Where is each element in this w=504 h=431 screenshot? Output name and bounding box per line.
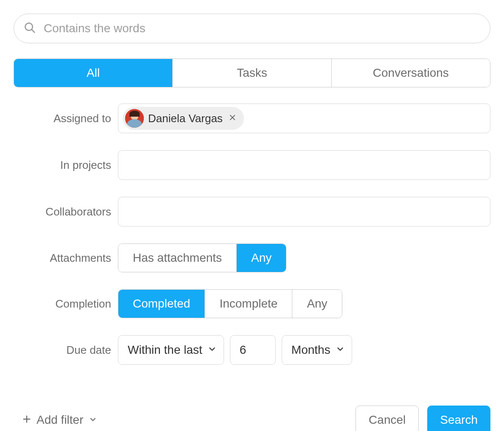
- add-filter-button[interactable]: Add filter: [14, 413, 97, 427]
- filter-attachments: Attachments Has attachments Any: [14, 243, 490, 272]
- search-input[interactable]: [44, 22, 481, 35]
- due-date-number-input[interactable]: [230, 335, 276, 365]
- due-date-unit-value: Months: [291, 343, 330, 357]
- collaborators-input[interactable]: [118, 197, 490, 227]
- filter-label-collaborators: Collaborators: [14, 205, 118, 218]
- add-filter-label: Add filter: [36, 413, 84, 427]
- filter-label-completion: Completion: [14, 297, 118, 311]
- tab-all[interactable]: All: [14, 59, 173, 87]
- tab-conversations-label: Conversations: [373, 66, 449, 80]
- attachments-segmented: Has attachments Any: [118, 243, 286, 272]
- attachments-any-option[interactable]: Any: [237, 244, 286, 272]
- chevron-down-icon: [89, 413, 97, 427]
- completion-segmented: Completed Incomplete Any: [118, 289, 342, 318]
- svg-line-1: [32, 30, 35, 33]
- completion-completed-option[interactable]: Completed: [118, 290, 205, 318]
- filters-section: Assigned to Daniela Vargas: [14, 104, 490, 365]
- due-date-range-value: Within the last: [128, 343, 202, 357]
- assigned-to-chip: Daniela Vargas: [123, 107, 244, 130]
- completion-incomplete-option[interactable]: Incomplete: [205, 290, 292, 318]
- cancel-button-label: Cancel: [369, 413, 406, 427]
- completion-any-label: Any: [307, 297, 327, 311]
- assigned-to-input[interactable]: Daniela Vargas: [118, 104, 490, 133]
- filter-collaborators: Collaborators: [14, 197, 490, 227]
- plus-icon: [22, 413, 31, 427]
- attachments-has-label: Has attachments: [133, 251, 222, 265]
- filter-completion: Completion Completed Incomplete Any: [14, 289, 490, 318]
- attachments-any-label: Any: [251, 251, 272, 265]
- due-date-unit-select[interactable]: Months: [282, 335, 352, 365]
- chip-name: Daniela Vargas: [148, 112, 223, 125]
- in-projects-input[interactable]: [118, 150, 490, 180]
- cancel-button[interactable]: Cancel: [356, 406, 419, 431]
- completion-completed-label: Completed: [133, 297, 190, 311]
- completion-any-option[interactable]: Any: [292, 290, 342, 318]
- search-button-label: Search: [440, 413, 478, 427]
- completion-incomplete-label: Incomplete: [219, 297, 277, 311]
- due-date-range-select[interactable]: Within the last: [118, 335, 224, 365]
- search-icon: [23, 21, 36, 36]
- filter-due-date: Due date Within the last Months: [14, 335, 490, 365]
- filter-assigned-to: Assigned to Daniela Vargas: [14, 104, 490, 133]
- chevron-down-icon: [207, 343, 217, 357]
- filter-label-in-projects: In projects: [14, 159, 118, 172]
- filter-in-projects: In projects: [14, 150, 490, 180]
- scope-tabs: All Tasks Conversations: [14, 59, 490, 87]
- attachments-has-option[interactable]: Has attachments: [118, 244, 237, 272]
- tab-tasks[interactable]: Tasks: [173, 59, 331, 87]
- chevron-down-icon: [336, 343, 345, 357]
- filter-label-attachments: Attachments: [14, 252, 118, 265]
- tab-conversations[interactable]: Conversations: [332, 59, 490, 87]
- footer-buttons: Cancel Search: [356, 406, 490, 431]
- chip-remove-icon[interactable]: [227, 113, 238, 124]
- tab-tasks-label: Tasks: [237, 66, 267, 80]
- tab-all-label: All: [87, 66, 100, 80]
- search-bar: [14, 14, 490, 43]
- filter-label-due-date: Due date: [14, 344, 118, 357]
- avatar: [125, 109, 144, 128]
- search-button[interactable]: Search: [427, 406, 490, 431]
- footer: Add filter Cancel Search: [14, 406, 490, 431]
- filter-label-assigned-to: Assigned to: [14, 112, 118, 125]
